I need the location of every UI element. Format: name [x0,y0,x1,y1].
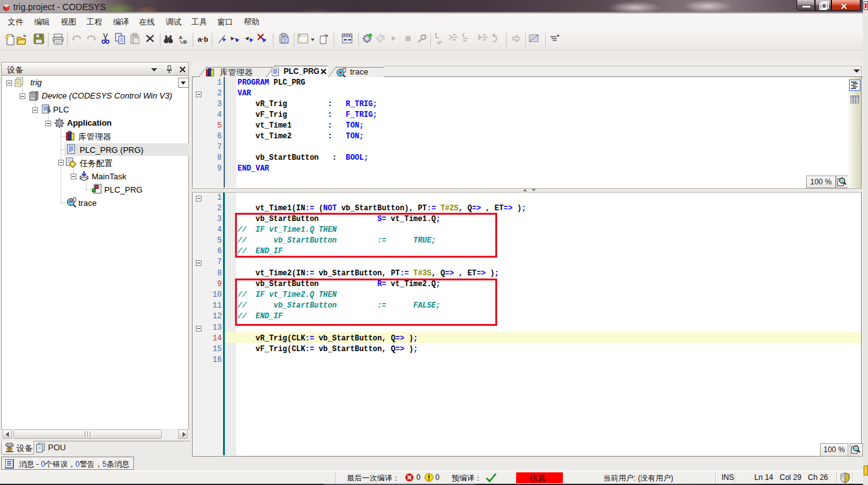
svg-text:B: B [183,39,187,45]
svg-text:a·b: a·b [198,35,208,43]
svg-text:A: A [179,35,183,40]
